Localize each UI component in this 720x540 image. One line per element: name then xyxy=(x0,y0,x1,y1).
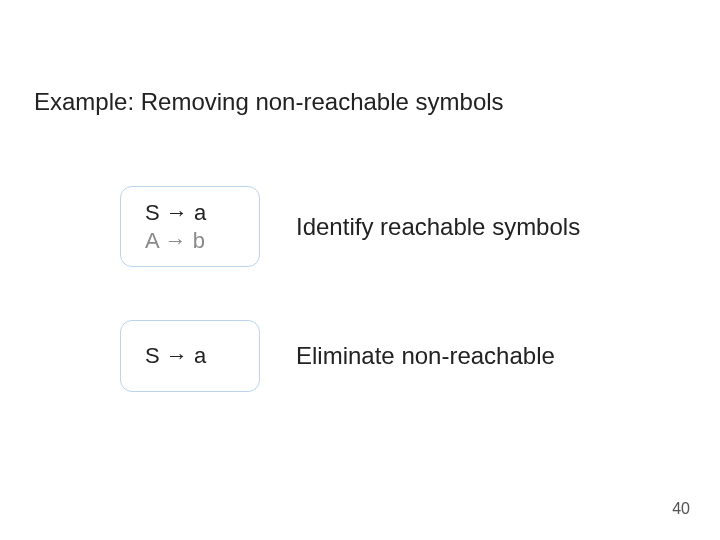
grammar-line: A → b xyxy=(145,227,239,255)
step-label-2: Eliminate non-reachable xyxy=(296,342,555,370)
step-row-1: S → a A → b Identify reachable symbols xyxy=(120,186,580,267)
grammar-line: S → a xyxy=(145,199,239,227)
slide: Example: Removing non-reachable symbols … xyxy=(0,0,720,540)
slide-title: Example: Removing non-reachable symbols xyxy=(34,88,504,116)
grammar-box-2: S → a xyxy=(120,320,260,392)
step-row-2: S → a Eliminate non-reachable xyxy=(120,320,555,392)
page-number: 40 xyxy=(672,500,690,518)
step-label-1: Identify reachable symbols xyxy=(296,213,580,241)
grammar-line: S → a xyxy=(145,342,239,370)
grammar-box-1: S → a A → b xyxy=(120,186,260,267)
